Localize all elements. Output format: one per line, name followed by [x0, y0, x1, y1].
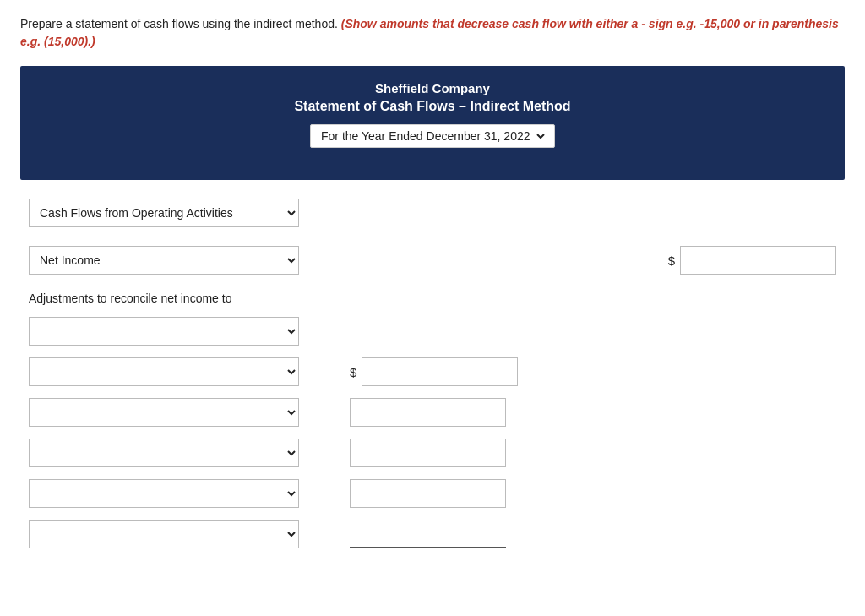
adjustment-amount-wrapper-3 — [350, 398, 506, 427]
adjustment-select-6[interactable] — [29, 520, 299, 548]
company-name: Sheffield Company — [37, 81, 828, 95]
net-income-select[interactable]: Net Income — [29, 246, 299, 275]
adjustment-amount-input-4[interactable] — [350, 439, 506, 467]
year-select[interactable]: For the Year Ended December 31, 2022 — [318, 128, 547, 144]
adjustment-amount-input-5[interactable] — [350, 479, 506, 508]
adjustment-amount-input-6[interactable] — [350, 520, 506, 548]
net-income-amount-input[interactable] — [680, 246, 836, 275]
adjustment-select-3[interactable] — [29, 398, 299, 427]
adjustment-amount-wrapper-4 — [350, 439, 506, 467]
page-container: Prepare a statement of cash flows using … — [0, 0, 865, 616]
instructions: Prepare a statement of cash flows using … — [20, 15, 845, 51]
net-income-dollar-sign: $ — [668, 253, 675, 268]
adjustment-amount-input-3[interactable] — [350, 398, 506, 427]
operating-activities-row: Cash Flows from Operating Activities — [29, 199, 836, 227]
adjustment-amount-input-2[interactable] — [362, 357, 518, 386]
adjustment-select-1[interactable] — [29, 317, 299, 346]
adjustment-select-2[interactable] — [29, 357, 299, 386]
header-box: Sheffield Company Statement of Cash Flow… — [20, 66, 845, 180]
net-income-amount-wrapper: $ — [668, 246, 836, 275]
adjustment-dollar-sign-2: $ — [350, 365, 356, 379]
year-select-wrapper[interactable]: For the Year Ended December 31, 2022 — [310, 124, 555, 148]
adjustment-row-4 — [29, 439, 836, 467]
adjustment-select-4[interactable] — [29, 439, 299, 467]
content-area: Cash Flows from Operating Activities Net… — [20, 199, 845, 548]
net-income-row: Net Income $ — [29, 246, 836, 275]
adjustment-row-6 — [29, 520, 836, 548]
adjustment-select-5[interactable] — [29, 479, 299, 508]
adjustment-row-2: $ — [29, 357, 836, 386]
adjustment-row-3 — [29, 398, 836, 427]
adjustment-amount-wrapper-5 — [350, 479, 506, 508]
adjustments-label: Adjustments to reconcile net income to — [29, 292, 836, 305]
adjustment-amount-wrapper-6 — [350, 520, 506, 548]
statement-title: Statement of Cash Flows – Indirect Metho… — [37, 99, 828, 114]
adjustment-row-1 — [29, 317, 836, 346]
adjustment-amount-wrapper-2: $ — [350, 357, 518, 386]
instructions-main: Prepare a statement of cash flows using … — [20, 17, 338, 30]
operating-activities-select[interactable]: Cash Flows from Operating Activities — [29, 199, 299, 227]
adjustment-row-5 — [29, 479, 836, 508]
